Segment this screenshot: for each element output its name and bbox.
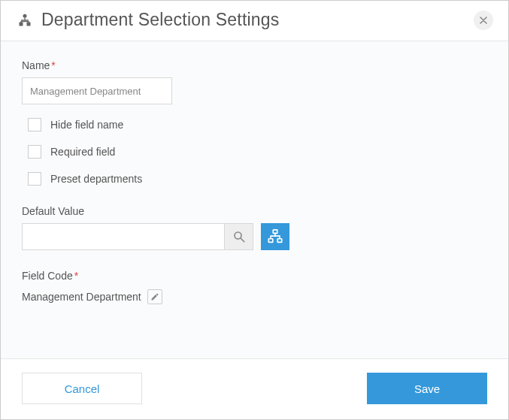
default-value-label: Default Value bbox=[22, 205, 487, 217]
hide-field-label: Hide field name bbox=[50, 119, 123, 131]
field-code-label: Field Code* bbox=[22, 270, 487, 282]
pencil-icon bbox=[150, 292, 159, 301]
name-input[interactable] bbox=[22, 77, 172, 104]
dialog-header: Department Selection Settings bbox=[1, 1, 508, 41]
svg-rect-7 bbox=[277, 239, 282, 243]
svg-point-0 bbox=[23, 14, 27, 17]
org-picker-button[interactable] bbox=[261, 223, 289, 250]
dialog-body: Name* Hide field name Required field Pre… bbox=[1, 41, 508, 358]
name-label: Name* bbox=[22, 59, 487, 71]
checkbox-row-hide-field: Hide field name bbox=[28, 118, 487, 131]
dialog: Department Selection Settings Name* Hide… bbox=[0, 0, 509, 420]
default-value-search-button[interactable] bbox=[225, 223, 253, 250]
org-tree-icon bbox=[16, 11, 34, 29]
dialog-footer: Cancel Save bbox=[1, 358, 508, 419]
checkbox-row-preset: Preset departments bbox=[28, 172, 487, 186]
required-checkbox[interactable] bbox=[28, 145, 41, 159]
svg-point-3 bbox=[235, 232, 241, 239]
close-icon bbox=[480, 17, 487, 24]
org-chart-icon bbox=[267, 228, 283, 245]
svg-rect-6 bbox=[268, 239, 273, 243]
close-button[interactable] bbox=[474, 11, 493, 30]
svg-rect-5 bbox=[273, 230, 277, 234]
hide-field-checkbox[interactable] bbox=[28, 118, 41, 131]
field-code-value: Management Department bbox=[22, 291, 141, 303]
default-value-row bbox=[22, 223, 487, 250]
search-icon bbox=[232, 230, 246, 243]
required-label: Required field bbox=[50, 146, 115, 158]
field-code-row: Management Department bbox=[22, 289, 487, 304]
svg-line-4 bbox=[241, 238, 244, 242]
default-value-input[interactable] bbox=[22, 223, 225, 250]
preset-label: Preset departments bbox=[50, 173, 142, 185]
save-button[interactable]: Save bbox=[367, 373, 487, 404]
edit-field-code-button[interactable] bbox=[147, 289, 162, 304]
checkbox-row-required: Required field bbox=[28, 145, 487, 159]
cancel-button[interactable]: Cancel bbox=[22, 373, 142, 404]
preset-checkbox[interactable] bbox=[28, 172, 41, 186]
dialog-title: Department Selection Settings bbox=[41, 10, 474, 30]
